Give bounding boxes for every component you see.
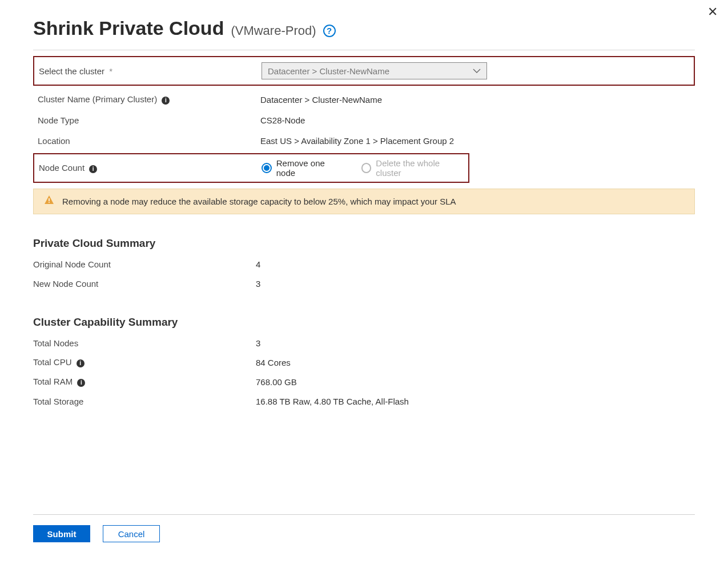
radio-unselected-icon [361,163,372,173]
select-cluster-value: Datacenter > Cluster-NewName [268,66,389,76]
warning-icon [44,195,54,208]
select-cluster-label-text: Select the cluster [39,66,104,76]
node-count-highlight: Node Count i Remove one node Delete the … [33,153,469,183]
radio-delete-label: Delete the whole cluster [376,158,466,178]
submit-button[interactable]: Submit [33,525,90,542]
select-cluster-highlight: Select the cluster * Datacenter > Cluste… [33,56,695,86]
select-cluster-label: Select the cluster * [39,66,262,76]
node-type-label: Node Type [38,115,260,125]
svg-rect-0 [49,198,50,201]
orig-node-count-row: Original Node Count 4 [33,254,695,274]
cap-summary-title: Cluster Capability Summary [33,316,695,329]
info-icon[interactable]: i [77,379,85,387]
required-indicator: * [109,66,112,76]
total-cpu-label-text: Total CPU [33,357,72,367]
cluster-name-value: Datacenter > Cluster-NewName [260,95,382,105]
info-icon[interactable]: i [77,359,85,367]
node-type-row: Node Type CS28-Node [33,110,695,130]
node-count-radio-group: Remove one node Delete the whole cluster [262,158,466,178]
total-ram-label-text: Total RAM [33,377,73,386]
page-title-row: Shrink Private Cloud (VMware-Prod) ? [33,17,695,39]
page-title: Shrink Private Cloud [33,17,224,39]
total-cpu-label: Total CPU i [33,357,256,367]
svg-rect-1 [49,202,50,203]
new-node-count-label: New Node Count [33,279,256,289]
orig-node-count-label: Original Node Count [33,259,256,269]
warning-text: Removing a node may reduce the available… [62,197,456,206]
info-icon[interactable]: i [89,165,97,173]
divider [33,50,695,50]
total-storage-row: Total Storage 16.88 TB Raw, 4.80 TB Cach… [33,391,695,411]
total-nodes-label: Total Nodes [33,338,256,348]
total-nodes-row: Total Nodes 3 [33,333,695,353]
location-label: Location [38,136,260,146]
new-node-count-row: New Node Count 3 [33,274,695,293]
total-ram-row: Total RAM i 768.00 GB [33,372,695,391]
warning-banner: Removing a node may reduce the available… [33,189,695,214]
cluster-name-label-text: Cluster Name (Primary Cluster) [38,94,157,104]
radio-selected-icon [262,163,272,173]
node-type-value: CS28-Node [260,115,305,125]
node-count-label: Node Count i [39,163,262,173]
location-value: East US > Availability Zone 1 > Placemen… [260,136,454,146]
orig-node-count-value: 4 [256,259,260,269]
total-ram-value: 768.00 GB [256,377,297,387]
total-storage-value: 16.88 TB Raw, 4.80 TB Cache, All-Flash [256,397,409,406]
radio-delete-cluster: Delete the whole cluster [361,158,466,178]
cluster-name-label: Cluster Name (Primary Cluster) i [38,94,260,105]
radio-remove-label: Remove one node [276,158,345,178]
chevron-down-icon [473,67,481,75]
total-cpu-row: Total CPU i 84 Cores [33,353,695,372]
select-cluster-dropdown[interactable]: Datacenter > Cluster-NewName [262,62,487,79]
radio-remove-one-node[interactable]: Remove one node [262,158,345,178]
help-icon[interactable]: ? [323,25,336,37]
new-node-count-value: 3 [256,279,260,289]
close-icon[interactable]: ✕ [707,5,718,19]
location-row: Location East US > Availability Zone 1 >… [33,130,695,151]
cluster-name-row: Cluster Name (Primary Cluster) i Datacen… [33,89,695,110]
total-storage-label: Total Storage [33,397,256,406]
total-cpu-value: 84 Cores [256,358,291,367]
info-icon[interactable]: i [162,97,170,105]
page-subtitle: (VMware-Prod) [231,23,316,38]
node-count-label-text: Node Count [39,163,85,173]
total-ram-label: Total RAM i [33,377,256,387]
footer-divider [33,514,695,515]
pc-summary-title: Private Cloud Summary [33,237,695,250]
total-nodes-value: 3 [256,338,260,348]
cancel-button[interactable]: Cancel [103,525,160,542]
